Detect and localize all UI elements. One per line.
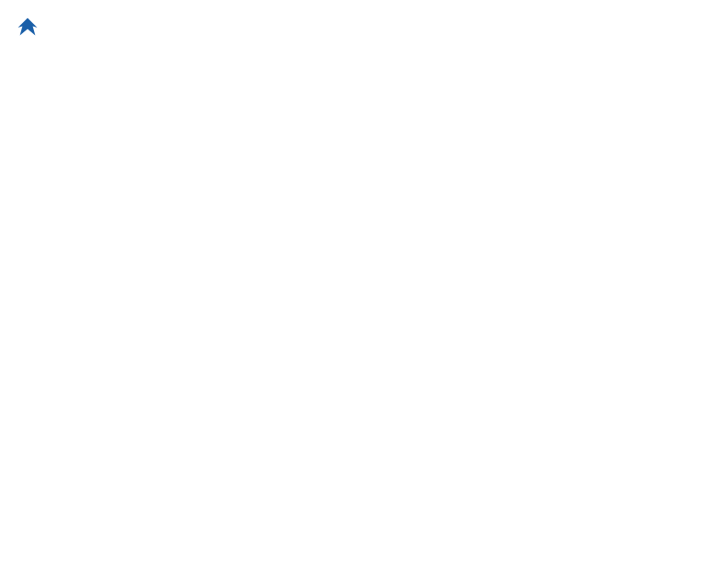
logo-icon (15, 15, 40, 40)
logo (15, 15, 44, 40)
svg-marker-0 (18, 18, 38, 36)
header (15, 15, 713, 40)
